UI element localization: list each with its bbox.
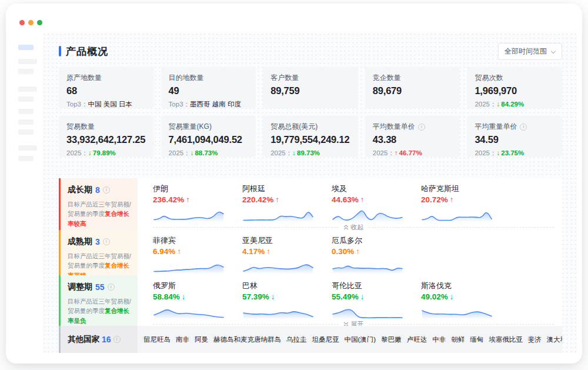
stat-card-value: 1,969,970 [475, 85, 554, 96]
country-percent: 20.72%↑ [421, 195, 510, 204]
other-countries-label-block: 其他国家16i [59, 326, 138, 353]
sparkline-chart [421, 205, 493, 222]
sparkline-chart [242, 302, 314, 319]
country-percent-value: 4.17% [242, 247, 265, 256]
stat-card-trend-value: 23.75% [501, 149, 524, 156]
stat-card-footer-value: 中国 美国 日本 [88, 101, 132, 108]
sidebar-skeleton-item [18, 156, 34, 161]
arrow-up-icon: ↑ [450, 195, 454, 204]
maximize-window-icon[interactable] [37, 20, 42, 25]
page-title-text: 产品概况 [66, 45, 108, 58]
info-icon[interactable]: i [113, 336, 121, 343]
lifecycle-sections: 成长期8i目标产品近三年贸易额/贸易量的季度复合增长率较高伊朗236.42%↑阿… [59, 178, 562, 353]
section-title: 成熟期3i [68, 236, 132, 247]
country-cell: 巴林57.39%↓ [242, 281, 332, 319]
stat-card-footer-label: 2025： [475, 149, 496, 156]
sparkline-chart [153, 256, 225, 274]
country-percent-value: 49.02% [421, 292, 448, 301]
country-cell: 俄罗斯58.84%↓ [153, 281, 242, 319]
sidebar-skeleton-item [18, 96, 34, 102]
country-percent: 220.42%↑ [242, 195, 332, 204]
stat-card-trend: ↓23.75% [496, 149, 524, 156]
dashed-divider [153, 324, 339, 325]
stat-card-value: 34.59 [475, 134, 554, 145]
stat-card: 原产地数量68Top3：中国 美国 日本 [59, 67, 154, 108]
info-icon[interactable]: i [103, 238, 110, 245]
stat-card-footer: 2025：↓89.73% [270, 149, 350, 158]
stat-card: 目的地数量49Top3：墨西哥 越南 印度 [161, 67, 256, 108]
chevron-double-up-icon [343, 225, 349, 230]
sidebar-skeleton-item [18, 59, 37, 64]
country-name: 哈萨克斯坦 [421, 184, 510, 194]
stat-card-footer-label: Top3： [169, 101, 190, 108]
section-name: 调整期 [68, 282, 92, 292]
stat-card-footer-label: 2025： [270, 149, 292, 156]
country-percent: 57.39%↓ [242, 292, 332, 301]
stat-card-value: 89,759 [270, 85, 350, 96]
arrow-down-icon: ↓ [182, 292, 186, 301]
stat-card-label: 平均数量单价i [373, 122, 453, 132]
section-description: 目标产品近三年贸易额/贸易量的季度复合增长率呈负 [68, 296, 132, 325]
stat-card-trend-value: 84.29% [501, 101, 524, 108]
stat-card: 平均重量单价i34.592025：↓23.75% [467, 116, 562, 157]
title-accent-bar [59, 46, 61, 56]
stat-card-label: 贸易数量 [66, 122, 146, 132]
stat-card: 贸易数量33,932,642,127.252025：↓79.89% [59, 116, 154, 157]
country-cell: 阿根廷220.42%↑ [242, 184, 332, 222]
section-other-countries: 其他国家16i留尼旺岛南非阿曼赫德岛和麦克唐纳群岛乌拉圭坦桑尼亚中国(澳门)黎巴… [59, 326, 562, 353]
country-name: 菲律宾 [153, 235, 242, 246]
info-icon[interactable]: i [520, 124, 527, 131]
country-name: 埃及 [332, 184, 421, 194]
info-icon[interactable]: i [418, 124, 425, 131]
section-title: 成长期8i [68, 185, 132, 195]
stat-card: 客户数量89,759 [263, 67, 358, 108]
stat-card-trend-value: 79.89% [93, 149, 116, 156]
country-percent: 0.30%↑ [332, 247, 421, 256]
stat-card: 贸易次数1,969,9702025：↓84.29% [467, 67, 562, 108]
other-country-name: 卢旺达 [407, 335, 427, 344]
stat-card-value: 89,679 [373, 85, 453, 96]
stat-card-trend: ↓89.73% [292, 149, 320, 156]
country-columns: 俄罗斯58.84%↓巴林57.39%↓哥伦比亚55.49%↓斯洛伐克49.02%… [153, 281, 556, 319]
other-country-name: 中非 [432, 335, 446, 344]
stat-card-value: 49 [169, 85, 249, 96]
dashed-divider [369, 227, 554, 228]
info-icon[interactable]: i [108, 284, 115, 291]
close-window-icon[interactable] [19, 20, 25, 25]
other-countries-list: 留尼旺岛南非阿曼赫德岛和麦克唐纳群岛乌拉圭坦桑尼亚中国(澳门)黎巴嫩卢旺达中非朝… [138, 326, 562, 353]
country-percent: 6.94%↑ [153, 247, 242, 256]
sidebar-skeleton-item [18, 69, 34, 74]
arrow-up-icon: ↑ [395, 149, 398, 156]
stat-card-value: 68 [66, 85, 146, 96]
section-name: 其他国家 [68, 334, 99, 345]
country-cell: 哈萨克斯坦20.72%↑ [421, 184, 510, 222]
country-cell: 亚美尼亚4.17%↑ [242, 235, 332, 275]
sidebar-skeleton-item [18, 86, 37, 92]
section-label-block: 成熟期3i目标产品近三年贸易额/贸易量的季度复合增长率平稳 [59, 230, 138, 275]
country-name: 亚美尼亚 [242, 235, 332, 246]
stat-card-footer: 2025：↓84.29% [475, 100, 554, 109]
country-columns: 菲律宾6.94%↑亚美尼亚4.17%↑厄瓜多尔0.30%↑ [153, 235, 556, 275]
minimize-window-icon[interactable] [28, 20, 34, 25]
stat-card-footer-label: 2025： [475, 101, 496, 108]
arrow-up-icon: ↑ [177, 247, 181, 256]
stat-card-label: 平均重量单价i [475, 122, 554, 132]
info-icon[interactable]: i [103, 186, 110, 194]
section-mature: 成熟期3i目标产品近三年贸易额/贸易量的季度复合增长率平稳菲律宾6.94%↑亚美… [59, 230, 562, 275]
stat-card-label: 客户数量 [270, 73, 350, 83]
country-percent-value: 44.63% [332, 195, 359, 204]
other-country-name: 留尼旺岛 [143, 335, 171, 344]
stat-card-footer: Top3：中国 美国 日本 [66, 100, 146, 109]
stat-card-trend-value: 89.73% [297, 149, 320, 156]
time-range-dropdown[interactable]: 全部时间范围 [498, 43, 562, 60]
country-percent: 44.63%↑ [332, 195, 421, 204]
section-label-block: 调整期55i目标产品近三年贸易额/贸易量的季度复合增长率呈负 [59, 275, 138, 326]
stat-card-footer: 2025：↓88.73% [169, 149, 249, 158]
page-title: 产品概况 [59, 45, 108, 58]
stat-card-value: 43.38 [373, 134, 453, 145]
sidebar-skeleton-item [18, 45, 34, 50]
section-description: 目标产品近三年贸易额/贸易量的季度复合增长率较高 [68, 199, 132, 228]
dashed-divider [369, 324, 554, 325]
country-percent-value: 55.49% [332, 292, 359, 301]
section-content: 伊朗236.42%↑阿根廷220.42%↑埃及44.63%↑哈萨克斯坦20.72… [138, 178, 562, 230]
